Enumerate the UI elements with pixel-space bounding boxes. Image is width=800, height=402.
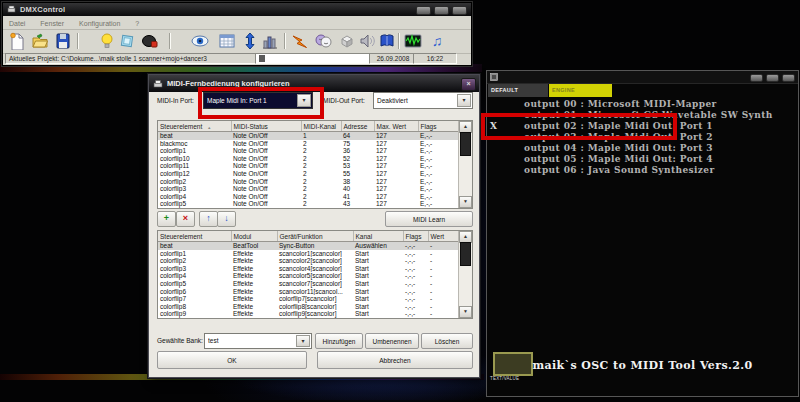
table-row[interactable]: colorflip3Effektescancolor4[scancolor]St…: [158, 265, 459, 273]
open-folder-icon[interactable]: [31, 32, 49, 50]
osc-titlebar[interactable]: [487, 71, 798, 84]
column-header[interactable]: Steuerelement▲: [158, 121, 231, 132]
cube-icon[interactable]: [118, 32, 136, 50]
output-item[interactable]: output 04 : Maple Midi Out: Port 3: [487, 143, 798, 154]
table-row[interactable]: colorflip10Note On/Off252127E,-,-: [158, 155, 459, 163]
time-label: 16:22: [413, 53, 457, 64]
column-header[interactable]: Adresse: [341, 121, 374, 132]
bank-label: Gewählte Bank:: [157, 337, 203, 344]
toolbar-separator: [77, 33, 78, 49]
up-down-icon[interactable]: [241, 32, 259, 50]
light-bulb-icon[interactable]: [98, 32, 116, 50]
save-icon[interactable]: [54, 32, 72, 50]
dmxcontrol-window: DMXControl Datei Fenster Konfiguration ?: [2, 2, 472, 66]
book-icon[interactable]: [378, 32, 396, 50]
table-row[interactable]: colorflip2Note On/Off238127E,-,-: [158, 178, 459, 186]
output-item[interactable]: output 06 : Java Sound Synthesizer: [487, 165, 798, 176]
table-row[interactable]: colorflip9Effektecolorflip9[scancolor]St…: [158, 310, 459, 318]
table-row[interactable]: blackmocNote On/Off275127E,-,-: [158, 140, 459, 148]
scroll-down-icon[interactable]: ▼: [459, 306, 472, 318]
table-row[interactable]: colorflip1Note On/Off236127E,-,-: [158, 147, 459, 155]
midi-learn-button[interactable]: MIDI Learn: [385, 211, 473, 227]
ok-button[interactable]: OK: [157, 351, 307, 369]
table-row[interactable]: colorflip7Effektecolorflip7[scancolor]St…: [158, 295, 459, 303]
table-row[interactable]: colorflip1Effektescancolor1[scancolor]St…: [158, 250, 459, 258]
column-header[interactable]: Kanal: [353, 231, 403, 242]
toolbar-separator: [169, 33, 170, 49]
scrollbar-thumb[interactable]: [460, 132, 471, 156]
table-row[interactable]: colorflip11Note On/Off253127E,-,-: [158, 162, 459, 170]
add-bank-button[interactable]: Hinzufügen: [315, 333, 363, 349]
delete-bank-button[interactable]: Löschen: [421, 333, 473, 349]
box3d-icon[interactable]: [338, 32, 356, 50]
midi-remote-dialog: MIDI-Fernbedienung konfigurieren × MIDI-…: [148, 74, 480, 378]
table-scrollbar[interactable]: ▲ ▼: [458, 121, 472, 208]
dmxcontrol-titlebar[interactable]: DMXControl: [3, 3, 471, 16]
osc-midi-tool-window: DEFAULT ENGINE output 00 : Microsoft MID…: [486, 70, 799, 397]
delete-row-button[interactable]: ×: [176, 211, 195, 227]
music-note-icon[interactable]: ♫: [428, 32, 446, 50]
column-header[interactable]: Wert: [428, 231, 459, 242]
minimize-button[interactable]: [416, 6, 431, 15]
tab-default[interactable]: DEFAULT: [488, 84, 548, 97]
table-row[interactable]: colorflip8Effektecolorflip8[scancolor]St…: [158, 303, 459, 311]
scroll-down-icon[interactable]: ▼: [459, 196, 472, 208]
add-row-button[interactable]: +: [157, 211, 176, 227]
toolbar: ♫: [3, 30, 471, 54]
grid-icon[interactable]: [218, 32, 236, 50]
close-button[interactable]: [782, 74, 795, 82]
current-project-label: Aktuelles Projekt: C:\Dokume...\maik sto…: [5, 53, 259, 64]
tab-engine[interactable]: ENGINE: [549, 84, 612, 97]
scrollbar-thumb[interactable]: [460, 242, 471, 266]
midi-out-port-select[interactable]: Deaktiviert ▾: [373, 92, 473, 109]
column-header[interactable]: MIDI-Kanal: [301, 121, 341, 132]
masks-icon[interactable]: [314, 32, 332, 50]
table-row[interactable]: colorflip5Effektescancolor7[scancolor]St…: [158, 280, 459, 288]
speaker-icon[interactable]: [358, 32, 376, 50]
table-row[interactable]: colorflip3Note On/Off240127E,-,-: [158, 185, 459, 193]
maximize-button[interactable]: [766, 74, 779, 82]
menu-help[interactable]: ?: [135, 20, 139, 27]
close-icon[interactable]: ×: [461, 78, 476, 91]
mouse-icon[interactable]: [141, 32, 159, 50]
eye-icon[interactable]: [191, 32, 209, 50]
table-row[interactable]: colorflip5Note On/Off243127E,-,-: [158, 200, 459, 208]
column-header[interactable]: MIDI-Status: [231, 121, 301, 132]
chevron-down-icon[interactable]: ▾: [296, 335, 310, 347]
table-row[interactable]: beatBeatToolSync-ButtonAuswählen-,-,--: [158, 242, 459, 250]
desktop: DMXControl Datei Fenster Konfiguration ?: [0, 0, 800, 402]
column-header[interactable]: Flags: [403, 231, 428, 242]
column-header[interactable]: Steuerelement: [158, 231, 231, 242]
move-up-button[interactable]: ↑: [199, 211, 218, 227]
table-row[interactable]: colorflip4Note On/Off241127E,-,-: [158, 193, 459, 201]
output-item[interactable]: output 00 : Microsoft MIDI-Mapper: [487, 99, 798, 110]
fire-arrow-icon[interactable]: [291, 32, 309, 50]
equalizer-icon[interactable]: [404, 32, 422, 50]
rename-bank-button[interactable]: Umbenennen: [365, 333, 419, 349]
table-row[interactable]: colorflip12Note On/Off255127E,-,-: [158, 170, 459, 178]
table-row[interactable]: colorflip6Effektescancolor11[scancol...S…: [158, 288, 459, 296]
minimize-button[interactable]: [750, 74, 763, 82]
chevron-down-icon[interactable]: ▾: [457, 94, 471, 107]
table-row[interactable]: colorflip4Effektescancolor5[scancolor]St…: [158, 272, 459, 280]
table-scrollbar[interactable]: ▲ ▼: [458, 231, 472, 318]
output-item[interactable]: output 05 : Maple Midi Out: Port 4: [487, 154, 798, 165]
column-header[interactable]: Max. Wert: [374, 121, 418, 132]
column-header[interactable]: Flags: [418, 121, 459, 132]
column-header[interactable]: Gerät/Funktion: [277, 231, 353, 242]
column-header[interactable]: Modul: [231, 231, 277, 242]
menu-konfiguration[interactable]: Konfiguration: [79, 20, 120, 27]
table-row[interactable]: colorflip2Effektescancolor2[scancolor]St…: [158, 257, 459, 265]
app-icon: [7, 5, 16, 14]
bank-select[interactable]: test ▾: [204, 333, 312, 349]
chart-icon[interactable]: [261, 32, 279, 50]
close-button[interactable]: [452, 6, 467, 15]
cancel-button[interactable]: Abbrechen: [317, 351, 473, 369]
move-down-button[interactable]: ↓: [217, 211, 236, 227]
menu-fenster[interactable]: Fenster: [40, 20, 64, 27]
new-document-icon[interactable]: [8, 32, 26, 50]
table-row[interactable]: beatNote On/Off164127E,-,-: [158, 132, 459, 140]
menu-bar: Datei Fenster Konfiguration ?: [3, 16, 471, 30]
maximize-button[interactable]: [434, 6, 449, 15]
menu-datei[interactable]: Datei: [9, 20, 25, 27]
